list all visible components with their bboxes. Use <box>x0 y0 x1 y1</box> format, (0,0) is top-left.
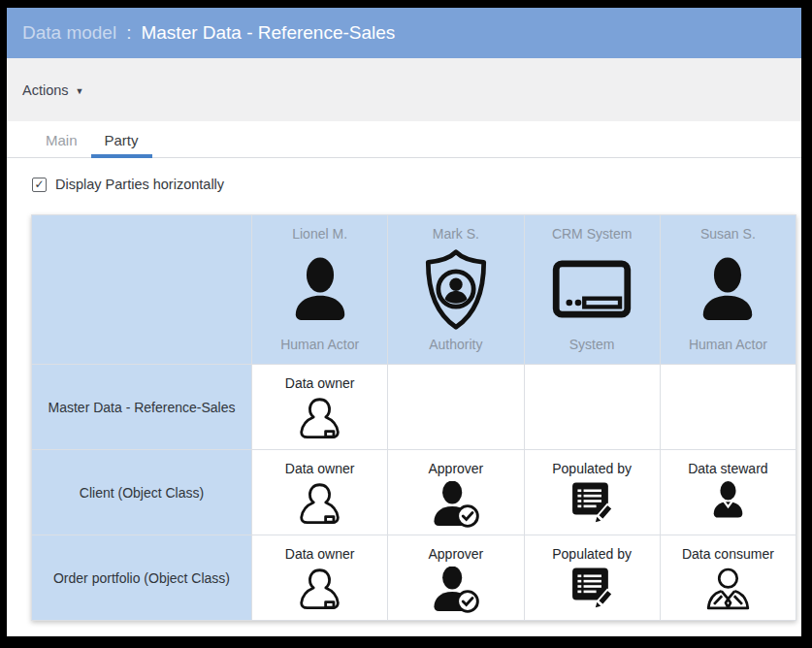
display-parties-label: Display Parties horizontally <box>55 177 224 192</box>
matrix-corner-cell <box>32 215 251 364</box>
row-label-text: Order portfolio (Object Class) <box>53 570 230 586</box>
authority-icon <box>420 242 492 337</box>
page-title-bar: Data model : Master Data - Reference-Sal… <box>7 8 801 58</box>
row-label-3[interactable]: Order portfolio (Object Class) <box>32 535 251 620</box>
actions-dropdown-button[interactable]: Actions ▼ <box>22 82 83 98</box>
display-parties-option: ✓ Display Parties horizontally <box>32 177 801 192</box>
populated-by-icon <box>569 567 614 611</box>
row-label-text: Client (Object Class) <box>80 485 204 501</box>
object-type-label: Data model <box>22 22 116 44</box>
data-consumer-icon <box>703 567 753 615</box>
data-owner-icon <box>296 396 343 443</box>
party-matrix-container: Lionel M. Human ActorMark S. AuthorityCR… <box>31 214 796 621</box>
party-type-label: Human Actor <box>689 337 767 352</box>
party-header-4[interactable]: Susan S. Human Actor <box>661 215 796 364</box>
tab-main[interactable]: Main <box>32 124 91 157</box>
row-label-text: Master Data - Reference-Sales <box>49 400 236 415</box>
assignment-cell[interactable]: Populated by <box>525 450 660 535</box>
party-type-label: System <box>569 337 615 352</box>
role-label: Data consumer <box>682 546 774 562</box>
data-steward-icon <box>710 481 746 522</box>
row-label-1[interactable]: Master Data - Reference-Sales <box>32 365 251 449</box>
tab-party[interactable]: Party <box>91 124 152 157</box>
data-owner-icon <box>296 567 343 614</box>
assignment-cell[interactable]: Data owner <box>252 450 387 535</box>
assignment-cell[interactable]: Data owner <box>252 365 387 449</box>
party-matrix: Lionel M. Human ActorMark S. AuthorityCR… <box>31 214 796 621</box>
assignment-cell[interactable]: Populated by <box>525 535 660 620</box>
role-label: Approver <box>428 546 483 562</box>
role-label: Approver <box>428 461 483 476</box>
human-actor-icon <box>698 242 758 337</box>
actions-bar: Actions ▼ <box>7 58 801 121</box>
party-type-label: Human Actor <box>280 337 359 352</box>
role-label: Data steward <box>688 461 767 476</box>
assignment-cell[interactable]: Data consumer <box>661 535 796 620</box>
display-parties-checkbox[interactable]: ✓ <box>32 178 47 192</box>
role-label: Populated by <box>552 461 632 476</box>
actions-label: Actions <box>22 82 69 98</box>
populated-by-icon <box>569 481 614 526</box>
assignment-cell-empty[interactable] <box>661 365 796 449</box>
assignment-cell[interactable]: Data steward <box>661 450 796 535</box>
row-label-2[interactable]: Client (Object Class) <box>32 450 251 535</box>
assignment-cell-empty[interactable] <box>525 365 660 449</box>
party-name: Lionel M. <box>292 226 347 242</box>
party-header-1[interactable]: Lionel M. Human Actor <box>252 215 387 364</box>
role-label: Populated by <box>552 546 632 562</box>
party-name: Susan S. <box>700 226 756 242</box>
role-label: Data owner <box>285 375 355 391</box>
assignment-cell-empty[interactable] <box>388 365 523 449</box>
assignment-cell[interactable]: Approver <box>388 535 523 620</box>
party-header-3[interactable]: CRM System System <box>525 215 660 364</box>
assignment-cell[interactable]: Data owner <box>252 535 387 620</box>
tab-bar: Main Party <box>7 121 801 158</box>
role-label: Data owner <box>285 546 355 562</box>
role-label: Data owner <box>285 461 355 476</box>
party-header-2[interactable]: Mark S. Authority <box>388 215 523 364</box>
human-actor-icon <box>290 242 350 337</box>
approver-icon <box>431 481 481 531</box>
approver-icon <box>431 567 481 616</box>
data-owner-icon <box>296 481 343 529</box>
assignment-cell[interactable]: Approver <box>388 450 523 535</box>
party-type-label: Authority <box>429 337 482 352</box>
page-title: Master Data - Reference-Sales <box>141 22 395 44</box>
party-name: CRM System <box>552 226 632 242</box>
system-icon <box>552 242 632 337</box>
app-window: Data model : Master Data - Reference-Sal… <box>7 8 801 636</box>
chevron-down-icon: ▼ <box>76 86 84 96</box>
title-separator: : <box>126 22 131 44</box>
party-name: Mark S. <box>433 226 479 242</box>
